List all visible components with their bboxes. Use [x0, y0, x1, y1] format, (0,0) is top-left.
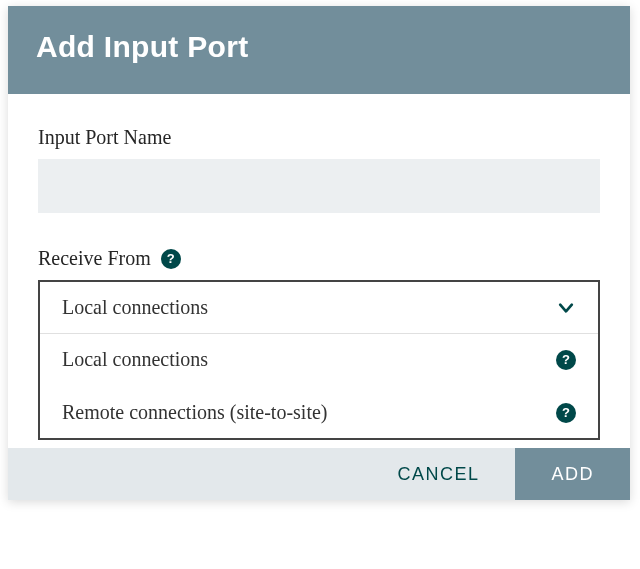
help-icon[interactable]: ?: [556, 350, 576, 370]
dialog-footer: CANCEL ADD: [8, 448, 630, 500]
option-label-local: Local connections: [62, 348, 208, 371]
help-icon[interactable]: ?: [556, 403, 576, 423]
receive-from-select: Local connections Local connections ? Re…: [38, 280, 600, 440]
chevron-down-icon: [556, 298, 576, 318]
field-input-port-name: Input Port Name: [38, 126, 600, 213]
option-label-remote: Remote connections (site-to-site): [62, 401, 327, 424]
input-port-name-field[interactable]: [38, 159, 600, 213]
receive-from-selected-label: Local connections: [62, 296, 208, 319]
dialog-body: Input Port Name Receive From ? Local con…: [8, 94, 630, 448]
cancel-button[interactable]: CANCEL: [361, 448, 515, 500]
dialog-header: Add Input Port: [8, 6, 630, 94]
add-button[interactable]: ADD: [515, 448, 630, 500]
receive-from-label: Receive From: [38, 247, 151, 270]
receive-from-option-local[interactable]: Local connections ?: [40, 334, 598, 385]
field-receive-from: Receive From ? Local connections Local c…: [38, 247, 600, 440]
receive-from-label-row: Receive From ?: [38, 247, 600, 270]
receive-from-dropdown: Local connections Local connections ? Re…: [38, 280, 600, 440]
add-input-port-dialog: Add Input Port Input Port Name Receive F…: [8, 6, 630, 500]
input-port-name-label: Input Port Name: [38, 126, 600, 149]
dialog-title: Add Input Port: [36, 30, 602, 64]
receive-from-selected[interactable]: Local connections: [40, 282, 598, 334]
receive-from-option-remote[interactable]: Remote connections (site-to-site) ?: [40, 387, 598, 438]
help-icon[interactable]: ?: [161, 249, 181, 269]
